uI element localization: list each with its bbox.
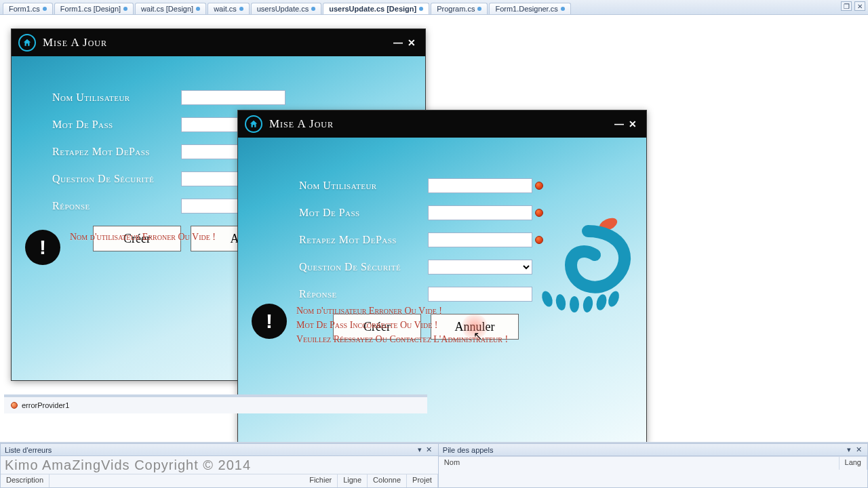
close-icon[interactable]: ✕ [425,445,434,454]
component-tray: errorProvider1 [4,394,427,413]
user-field[interactable] [428,178,532,193]
label-question: Question De Sécurité [52,173,181,185]
label-answer: Réponse [52,200,181,212]
window-title: Mise A Jour [43,36,107,49]
pin-icon [419,7,423,11]
pin-icon [311,7,315,11]
tab-program-cs[interactable]: Program.cs [431,3,488,14]
tab-form1-designer-cs[interactable]: Form1.Designer.cs [489,3,570,14]
close-icon[interactable]: ✕ [854,445,863,454]
label-pass2: Retapez Mot DePass [299,234,428,246]
pin-icon[interactable]: ▾ [844,445,854,454]
pass2-field[interactable] [428,232,532,247]
close-button[interactable]: ✕ [626,119,639,129]
callstack-panel: Pile des appels ▾ ✕ Nom Lang [439,443,868,488]
exclamation-icon: ! [25,230,60,265]
col-description[interactable]: Description [1,474,50,487]
pass-field[interactable] [428,205,532,220]
tab-form1-cs[interactable]: Form1.cs [3,3,53,14]
col-column[interactable]: Colonne [368,474,407,487]
tab-wait-cs[interactable]: wait.cs [208,3,250,14]
label-answer: Réponse [299,288,428,300]
col-project[interactable]: Projet [407,474,438,487]
design-surface: Mise A Jour — ✕ Nom Utilisateur Mot De P… [0,15,868,443]
close-button[interactable]: ✕ [854,1,865,11]
restore-button[interactable]: ❐ [841,1,852,11]
close-button[interactable]: ✕ [405,37,418,48]
error-list-columns: Description Fichier Ligne Colonne Projet [1,474,438,487]
col-line[interactable]: Ligne [338,474,368,487]
home-icon [245,115,262,133]
callstack-columns: Nom Lang [439,456,867,470]
label-user: Nom Utilisateur [52,92,181,104]
titlebar[interactable]: Mise A Jour — ✕ [12,29,425,56]
error-icon [535,182,543,190]
pin-icon [477,7,481,11]
question-select[interactable] [428,260,532,274]
home-icon [18,34,36,52]
user-field[interactable] [181,90,285,105]
pin-icon[interactable]: ▾ [415,445,425,454]
error-line-3: Veuillez Réessayez Ou Contactez L'Admini… [296,332,508,346]
error-line-1: Nom d'utilisateur Erroner Ou Vide ! [296,304,508,318]
error-list-panel: Liste d'erreurs ▾ ✕ Kimo AmaZingVids Cop… [0,443,439,488]
error-panel: ! Nom d'utilisateur Erroner Ou Vide ! Mo… [252,304,508,346]
label-pass2: Retapez Mot DePass [52,146,181,158]
error-icon [535,209,543,217]
tab-usersupdate-design[interactable]: usersUpdate.cs [Design] [323,3,429,14]
tab-usersupdate-cs[interactable]: usersUpdate.cs [251,3,321,14]
pin-icon [561,7,565,11]
pin-icon [239,7,243,11]
panel-title: Liste d'erreurs [5,446,52,454]
runtime-form: Mise A Jour — ✕ Nom Utilisateur Mot De P… [237,110,647,443]
tab-form1-design[interactable]: Form1.cs [Design] [54,3,134,14]
label-question: Question De Sécurité [299,261,428,273]
minimize-button[interactable]: — [612,119,626,129]
pin-icon [196,7,200,11]
error-line-2: Mot De Pass Inccorrecte Ou Vide ! [296,318,508,332]
error-line-1: Nom d'utilisateur Erroner Ou Vide ! [70,230,216,244]
tab-wait-design[interactable]: wait.cs [Design] [135,3,206,14]
answer-field[interactable] [428,287,532,302]
errorprovider-icon [11,402,18,409]
tray-item-label[interactable]: errorProvider1 [22,401,69,409]
label-user: Nom Utilisateur [299,180,428,192]
minimize-button[interactable]: — [391,37,405,48]
pin-icon [43,7,47,11]
pin-icon [123,7,127,11]
watermark-text: Kimo AmaZingVids Copyright © 2014 [1,456,438,474]
bottom-panels: Liste d'erreurs ▾ ✕ Kimo AmaZingVids Cop… [0,443,868,488]
label-pass: Mot De Pass [299,207,428,219]
exclamation-icon: ! [252,304,287,339]
col-file[interactable]: Fichier [304,474,338,487]
label-pass: Mot De Pass [52,119,181,131]
document-tabstrip: Form1.cs Form1.cs [Design] wait.cs [Desi… [0,0,868,15]
panel-title: Pile des appels [443,446,494,454]
col-lang[interactable]: Lang [840,457,867,470]
col-name[interactable]: Nom [439,457,840,470]
titlebar[interactable]: Mise A Jour — ✕ [238,110,646,138]
window-title: Mise A Jour [269,117,334,131]
error-panel: ! Nom d'utilisateur Erroner Ou Vide ! [25,230,216,265]
error-icon [535,236,543,244]
